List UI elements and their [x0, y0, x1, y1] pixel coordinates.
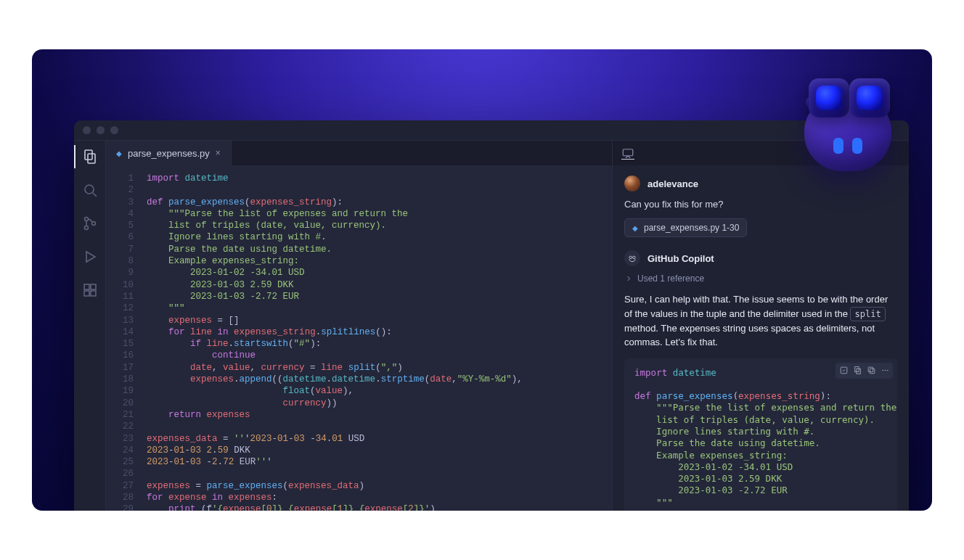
snippet-toolbar	[836, 363, 893, 379]
svg-marker-7	[86, 252, 95, 262]
svg-point-22	[886, 370, 888, 371]
svg-rect-18	[870, 368, 875, 373]
chat-tab-icon[interactable]	[621, 147, 634, 160]
file-type-icon: ◆	[116, 149, 122, 157]
svg-point-21	[884, 370, 886, 371]
search-icon[interactable]	[81, 181, 99, 199]
svg-rect-12	[623, 149, 633, 156]
inline-code: split	[850, 307, 885, 321]
svg-rect-10	[84, 291, 89, 296]
reference-chip[interactable]: ◆ parse_expenses.py 1-30	[624, 218, 747, 237]
svg-point-5	[84, 226, 88, 230]
tab-close-icon[interactable]: ×	[216, 148, 221, 158]
more-icon[interactable]	[878, 364, 891, 377]
chat-user-message: Can you fix this for me?	[624, 199, 897, 210]
code-editor[interactable]: 1234567891011121314151617181920212223242…	[106, 165, 612, 511]
run-debug-icon[interactable]	[81, 248, 99, 265]
activity-bar	[74, 141, 106, 511]
traffic-light-max[interactable]	[110, 126, 118, 134]
copilot-mascot	[791, 70, 907, 178]
editor-window: ◆ parse_expenses.py × 123456789101112131…	[74, 120, 909, 511]
tab-parse-expenses[interactable]: ◆ parse_expenses.py ×	[106, 141, 232, 165]
used-reference-toggle[interactable]: Used 1 reference	[624, 273, 897, 284]
code-snippet: import datetime def parse_expenses(expen…	[624, 358, 897, 511]
line-gutter: 1234567891011121314151617181920212223242…	[106, 165, 144, 511]
svg-rect-9	[91, 284, 96, 289]
tab-filename: parse_expenses.py	[128, 148, 210, 159]
svg-rect-8	[84, 284, 89, 289]
reference-chip-label: parse_expenses.py 1-30	[644, 223, 739, 233]
svg-rect-19	[868, 367, 873, 372]
avatar	[624, 176, 640, 192]
traffic-light-min[interactable]	[97, 126, 105, 134]
copy-icon[interactable]	[865, 364, 878, 377]
copilot-icon	[624, 250, 640, 266]
svg-point-6	[91, 222, 95, 226]
svg-point-4	[84, 218, 88, 221]
svg-point-13	[629, 256, 632, 259]
svg-rect-11	[91, 291, 96, 296]
svg-rect-17	[856, 368, 859, 374]
explorer-icon[interactable]	[81, 148, 99, 165]
svg-line-3	[93, 193, 97, 197]
snippet-content[interactable]: import datetime def parse_expenses(expen…	[624, 358, 897, 511]
traffic-light-close[interactable]	[83, 126, 91, 134]
svg-point-20	[882, 370, 883, 371]
chat-username: adelevance	[648, 178, 698, 189]
svg-rect-0	[85, 150, 92, 160]
svg-point-2	[85, 185, 94, 194]
svg-rect-1	[88, 154, 95, 163]
window-titlebar[interactable]	[74, 120, 909, 141]
extensions-icon[interactable]	[81, 281, 99, 299]
insert-icon[interactable]	[851, 364, 864, 377]
used-reference-label: Used 1 reference	[637, 273, 704, 284]
svg-point-14	[633, 256, 636, 259]
source-control-icon[interactable]	[81, 215, 99, 232]
apply-edit-icon[interactable]	[837, 364, 850, 377]
file-type-icon: ◆	[632, 224, 638, 232]
copilot-name: GitHub Copilot	[648, 253, 714, 264]
copilot-reply: Sure, I can help with that. The issue se…	[624, 292, 897, 350]
code-content[interactable]: import datetimedef parse_expenses(expens…	[144, 165, 523, 511]
copilot-chat-panel: adelevance Can you fix this for me? ◆ pa…	[613, 141, 909, 511]
editor-column: ◆ parse_expenses.py × 123456789101112131…	[106, 141, 613, 511]
promo-background: ◆ parse_expenses.py × 123456789101112131…	[32, 49, 932, 511]
svg-rect-16	[854, 367, 858, 372]
chat-copilot-header: GitHub Copilot	[624, 250, 897, 266]
editor-tabbar: ◆ parse_expenses.py ×	[106, 141, 612, 165]
